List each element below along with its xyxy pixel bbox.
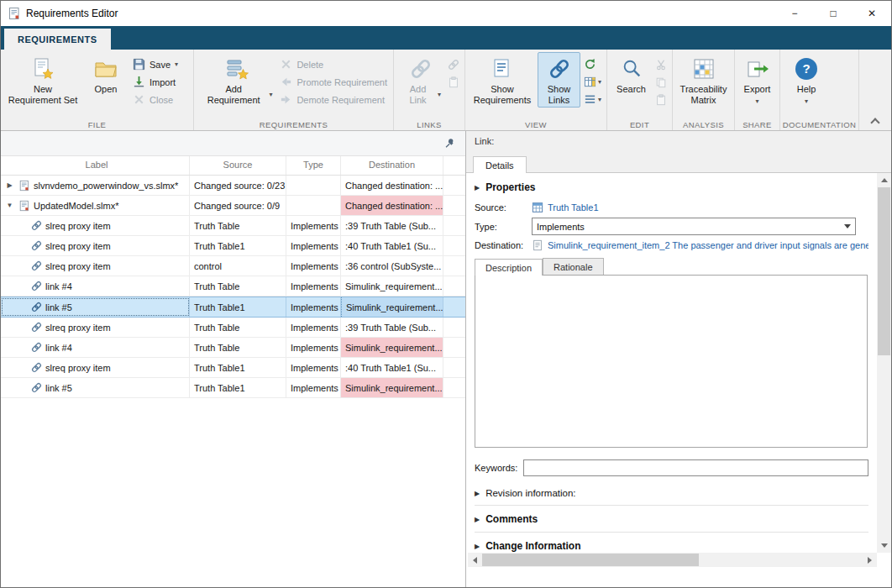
details-tab-strip: Details [466, 152, 891, 173]
details-panel: Link: Details ▶ Properties Source: Truth… [465, 131, 891, 588]
open-button[interactable]: Open [83, 52, 129, 97]
comments-section-header[interactable]: ▶ Comments [475, 508, 868, 529]
horizontal-scrollbar[interactable] [468, 553, 877, 567]
collapse-ribbon-button[interactable] [869, 117, 881, 125]
table-row[interactable]: slreq proxy item Truth Table1 Implements… [1, 236, 465, 256]
import-icon [133, 76, 145, 88]
collapse-ribbon-icon [870, 118, 879, 127]
ribbon-section-links: Add Link▾ LINKS [394, 50, 465, 130]
table-row[interactable]: slreq proxy item control Implements :36 … [1, 256, 465, 276]
demote-requirement-button[interactable]: Demote Requirement [277, 92, 390, 107]
search-icon [621, 56, 643, 81]
columns-icon [584, 76, 596, 88]
tab-requirements[interactable]: REQUIREMENTS [4, 29, 111, 50]
chevron-right-icon[interactable]: ▶ [4, 176, 15, 195]
scroll-left-button[interactable] [468, 553, 482, 567]
list-icon [584, 93, 596, 106]
edit-link-button[interactable] [446, 57, 461, 71]
source-link[interactable]: Truth Table1 [548, 202, 599, 213]
table-row[interactable]: slreq proxy item Truth Table Implements … [1, 318, 465, 338]
column-header-source[interactable]: Source [190, 156, 286, 175]
scroll-up-button[interactable] [877, 173, 891, 187]
show-requirements-button[interactable]: Show Requirements [469, 52, 536, 108]
minimize-button[interactable]: − [775, 1, 814, 26]
description-textarea[interactable] [475, 275, 868, 448]
help-icon: ? [795, 58, 817, 80]
column-header-type[interactable]: Type [286, 156, 341, 175]
app-icon [8, 7, 21, 20]
column-header-destination[interactable]: Destination [341, 156, 443, 175]
ribbon-section-analysis: Traceability Matrix ANALYSIS [673, 50, 735, 130]
columns-button[interactable]: ▾ [582, 75, 603, 89]
pin-icon[interactable] [443, 137, 455, 149]
link-clipboard-button[interactable] [446, 75, 461, 89]
destination-link[interactable]: Simulink_requirement_item_2 The passenge… [548, 240, 868, 250]
close-button[interactable]: ✕ [853, 1, 891, 26]
scroll-down-button[interactable] [877, 538, 891, 553]
change-information-section-header[interactable]: ▶ Change Information [475, 535, 868, 553]
table-row[interactable]: ▼ UpdatedModel.slmx* Changed source: 0/9… [1, 196, 465, 216]
table-row[interactable]: slreq proxy item Truth Table1 Implements… [1, 358, 465, 378]
keywords-input[interactable] [523, 459, 868, 476]
help-button[interactable]: ? Help ▾ [784, 52, 829, 107]
revision-information-header[interactable]: ▶ Revision information: [475, 483, 868, 502]
table-row[interactable]: ▶ slvnvdemo_powerwindow_vs.slmx* Changed… [1, 176, 465, 196]
vertical-scroll-thumb[interactable] [878, 187, 890, 355]
show-requirements-icon [491, 56, 514, 81]
maximize-button[interactable]: □ [814, 1, 853, 26]
scroll-left-icon [473, 557, 477, 564]
cut-icon [655, 59, 667, 71]
save-icon [133, 58, 145, 71]
ribbon-section-view: Show Requirements Show Links ▾ ▾ [465, 50, 607, 130]
requirement-set-icon [18, 200, 30, 212]
horizontal-scroll-thumb[interactable] [482, 554, 699, 566]
view-options-button[interactable]: ▾ [582, 92, 603, 107]
promote-requirement-button[interactable]: Promote Requirement [277, 75, 390, 89]
import-button[interactable]: Import [130, 75, 181, 89]
copy-button[interactable] [653, 75, 669, 89]
properties-section-header[interactable]: ▶ Properties [475, 176, 868, 197]
type-dropdown[interactable]: Implements [532, 218, 856, 235]
tab-description[interactable]: Description [475, 259, 543, 276]
export-button[interactable]: Export ▾ [738, 52, 776, 107]
main-area: Label Source Type Destination ▶ slvnvdem… [1, 131, 891, 588]
cut-button[interactable] [653, 57, 669, 71]
truth-table-icon [532, 202, 543, 213]
column-header-label[interactable]: Label [1, 156, 190, 175]
traceability-matrix-button[interactable]: Traceability Matrix [676, 52, 731, 108]
dropdown-arrow-icon [844, 224, 851, 228]
add-link-caret-icon: ▾ [438, 91, 441, 98]
show-links-icon [548, 56, 570, 81]
tab-details[interactable]: Details [473, 156, 527, 173]
paste-button[interactable] [653, 92, 669, 107]
scroll-right-button[interactable] [863, 553, 877, 567]
vertical-scrollbar[interactable] [877, 173, 891, 553]
scroll-right-icon [868, 557, 872, 564]
add-link-button[interactable]: Add Link▾ [397, 52, 444, 108]
promote-icon [280, 76, 292, 88]
link-icon [31, 281, 42, 291]
show-links-button[interactable]: Show Links [538, 52, 580, 108]
table-row[interactable]: link #4 Truth Table Implements Simulink_… [1, 338, 465, 358]
table-row[interactable]: link #5 Truth Table1 Implements Simulink… [1, 378, 465, 398]
section-arrow-icon: ▶ [475, 543, 480, 550]
table-row[interactable]: slreq proxy item Truth Table Implements … [1, 216, 465, 236]
save-button[interactable]: Save ▾ [130, 57, 181, 71]
window-title: Requirements Editor [26, 8, 118, 19]
section-arrow-icon: ▶ [475, 490, 480, 497]
copy-icon [655, 76, 667, 88]
description-tab-strip: Description Rationale [475, 258, 868, 275]
details-panel-title: Link: [466, 131, 891, 152]
tab-rationale[interactable]: Rationale [543, 258, 603, 275]
link-icon [31, 260, 42, 271]
delete-button[interactable]: Delete [277, 57, 390, 71]
chevron-down-icon[interactable]: ▼ [4, 197, 15, 215]
add-requirement-button[interactable]: Add Requirement▾ [197, 52, 275, 108]
search-button[interactable]: Search [611, 52, 652, 97]
clipboard-icon [448, 76, 459, 88]
close-set-button[interactable]: Close [130, 92, 181, 107]
refresh-button[interactable] [582, 57, 603, 71]
table-row[interactable]: link #4 Truth Table Implements Simulink_… [1, 276, 465, 297]
new-requirement-set-button[interactable]: New Requirement Set [4, 52, 81, 108]
table-row-selected[interactable]: link #5 Truth Table1 Implements Simulink… [1, 297, 465, 318]
